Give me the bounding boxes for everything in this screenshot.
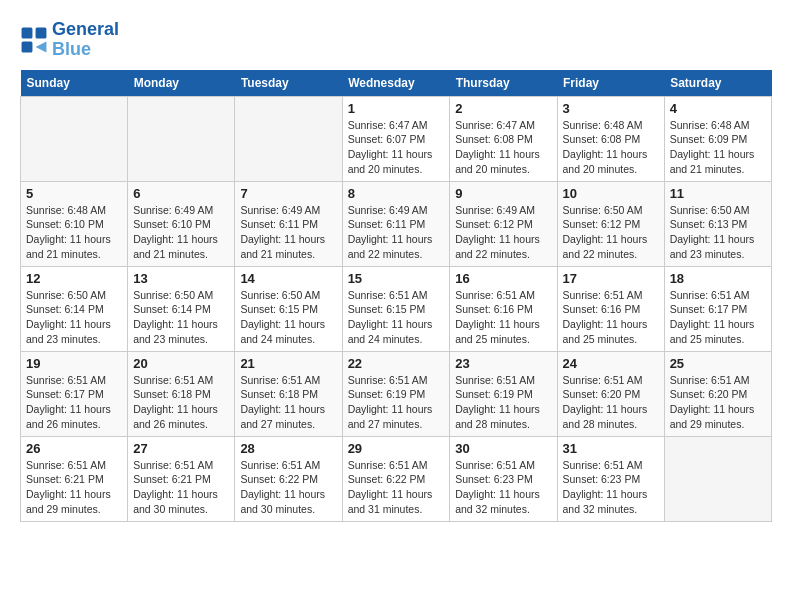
logo-text: GeneralBlue	[52, 20, 119, 60]
weekday-header-monday: Monday	[128, 70, 235, 97]
calendar-cell: 6Sunrise: 6:49 AMSunset: 6:10 PMDaylight…	[128, 181, 235, 266]
day-detail: Sunrise: 6:51 AMSunset: 6:15 PMDaylight:…	[348, 288, 445, 347]
day-number: 12	[26, 271, 122, 286]
calendar-week-3: 12Sunrise: 6:50 AMSunset: 6:14 PMDayligh…	[21, 266, 772, 351]
day-number: 3	[563, 101, 659, 116]
day-detail: Sunrise: 6:51 AMSunset: 6:18 PMDaylight:…	[240, 373, 336, 432]
calendar-week-2: 5Sunrise: 6:48 AMSunset: 6:10 PMDaylight…	[21, 181, 772, 266]
calendar-cell: 21Sunrise: 6:51 AMSunset: 6:18 PMDayligh…	[235, 351, 342, 436]
day-number: 18	[670, 271, 766, 286]
weekday-header-saturday: Saturday	[664, 70, 771, 97]
day-number: 20	[133, 356, 229, 371]
calendar-cell: 5Sunrise: 6:48 AMSunset: 6:10 PMDaylight…	[21, 181, 128, 266]
calendar-cell: 16Sunrise: 6:51 AMSunset: 6:16 PMDayligh…	[450, 266, 557, 351]
day-number: 7	[240, 186, 336, 201]
calendar-cell: 4Sunrise: 6:48 AMSunset: 6:09 PMDaylight…	[664, 96, 771, 181]
calendar-cell: 18Sunrise: 6:51 AMSunset: 6:17 PMDayligh…	[664, 266, 771, 351]
day-detail: Sunrise: 6:51 AMSunset: 6:17 PMDaylight:…	[26, 373, 122, 432]
day-detail: Sunrise: 6:48 AMSunset: 6:09 PMDaylight:…	[670, 118, 766, 177]
logo: GeneralBlue	[20, 20, 119, 60]
day-detail: Sunrise: 6:51 AMSunset: 6:16 PMDaylight:…	[455, 288, 551, 347]
weekday-header-tuesday: Tuesday	[235, 70, 342, 97]
calendar-cell: 12Sunrise: 6:50 AMSunset: 6:14 PMDayligh…	[21, 266, 128, 351]
day-number: 6	[133, 186, 229, 201]
day-number: 21	[240, 356, 336, 371]
calendar-cell	[235, 96, 342, 181]
day-detail: Sunrise: 6:47 AMSunset: 6:08 PMDaylight:…	[455, 118, 551, 177]
day-detail: Sunrise: 6:49 AMSunset: 6:11 PMDaylight:…	[240, 203, 336, 262]
calendar-cell: 2Sunrise: 6:47 AMSunset: 6:08 PMDaylight…	[450, 96, 557, 181]
day-detail: Sunrise: 6:51 AMSunset: 6:21 PMDaylight:…	[26, 458, 122, 517]
svg-rect-1	[36, 27, 47, 38]
day-number: 13	[133, 271, 229, 286]
calendar-cell: 10Sunrise: 6:50 AMSunset: 6:12 PMDayligh…	[557, 181, 664, 266]
calendar-cell: 30Sunrise: 6:51 AMSunset: 6:23 PMDayligh…	[450, 436, 557, 521]
calendar-cell: 27Sunrise: 6:51 AMSunset: 6:21 PMDayligh…	[128, 436, 235, 521]
day-number: 29	[348, 441, 445, 456]
day-number: 26	[26, 441, 122, 456]
day-number: 25	[670, 356, 766, 371]
day-detail: Sunrise: 6:51 AMSunset: 6:23 PMDaylight:…	[455, 458, 551, 517]
day-detail: Sunrise: 6:51 AMSunset: 6:17 PMDaylight:…	[670, 288, 766, 347]
calendar-cell: 19Sunrise: 6:51 AMSunset: 6:17 PMDayligh…	[21, 351, 128, 436]
day-detail: Sunrise: 6:51 AMSunset: 6:21 PMDaylight:…	[133, 458, 229, 517]
day-detail: Sunrise: 6:51 AMSunset: 6:16 PMDaylight:…	[563, 288, 659, 347]
day-detail: Sunrise: 6:49 AMSunset: 6:12 PMDaylight:…	[455, 203, 551, 262]
calendar-cell: 20Sunrise: 6:51 AMSunset: 6:18 PMDayligh…	[128, 351, 235, 436]
calendar-cell: 1Sunrise: 6:47 AMSunset: 6:07 PMDaylight…	[342, 96, 450, 181]
day-detail: Sunrise: 6:49 AMSunset: 6:11 PMDaylight:…	[348, 203, 445, 262]
svg-rect-0	[22, 27, 33, 38]
day-number: 22	[348, 356, 445, 371]
day-detail: Sunrise: 6:51 AMSunset: 6:23 PMDaylight:…	[563, 458, 659, 517]
calendar-cell: 15Sunrise: 6:51 AMSunset: 6:15 PMDayligh…	[342, 266, 450, 351]
calendar-cell: 22Sunrise: 6:51 AMSunset: 6:19 PMDayligh…	[342, 351, 450, 436]
day-number: 1	[348, 101, 445, 116]
calendar-week-5: 26Sunrise: 6:51 AMSunset: 6:21 PMDayligh…	[21, 436, 772, 521]
calendar-cell: 29Sunrise: 6:51 AMSunset: 6:22 PMDayligh…	[342, 436, 450, 521]
day-detail: Sunrise: 6:50 AMSunset: 6:14 PMDaylight:…	[26, 288, 122, 347]
day-number: 2	[455, 101, 551, 116]
weekday-header-thursday: Thursday	[450, 70, 557, 97]
day-number: 15	[348, 271, 445, 286]
calendar-header: SundayMondayTuesdayWednesdayThursdayFrid…	[21, 70, 772, 97]
day-detail: Sunrise: 6:50 AMSunset: 6:13 PMDaylight:…	[670, 203, 766, 262]
day-detail: Sunrise: 6:50 AMSunset: 6:14 PMDaylight:…	[133, 288, 229, 347]
day-number: 17	[563, 271, 659, 286]
calendar-cell: 25Sunrise: 6:51 AMSunset: 6:20 PMDayligh…	[664, 351, 771, 436]
day-number: 19	[26, 356, 122, 371]
day-detail: Sunrise: 6:51 AMSunset: 6:22 PMDaylight:…	[348, 458, 445, 517]
day-number: 5	[26, 186, 122, 201]
calendar-cell: 17Sunrise: 6:51 AMSunset: 6:16 PMDayligh…	[557, 266, 664, 351]
calendar-cell: 26Sunrise: 6:51 AMSunset: 6:21 PMDayligh…	[21, 436, 128, 521]
calendar-cell: 7Sunrise: 6:49 AMSunset: 6:11 PMDaylight…	[235, 181, 342, 266]
svg-marker-3	[36, 41, 47, 52]
day-detail: Sunrise: 6:48 AMSunset: 6:08 PMDaylight:…	[563, 118, 659, 177]
calendar-week-1: 1Sunrise: 6:47 AMSunset: 6:07 PMDaylight…	[21, 96, 772, 181]
day-detail: Sunrise: 6:51 AMSunset: 6:18 PMDaylight:…	[133, 373, 229, 432]
calendar-cell: 8Sunrise: 6:49 AMSunset: 6:11 PMDaylight…	[342, 181, 450, 266]
day-detail: Sunrise: 6:50 AMSunset: 6:12 PMDaylight:…	[563, 203, 659, 262]
calendar-cell	[664, 436, 771, 521]
day-number: 8	[348, 186, 445, 201]
weekday-header-sunday: Sunday	[21, 70, 128, 97]
day-detail: Sunrise: 6:47 AMSunset: 6:07 PMDaylight:…	[348, 118, 445, 177]
day-detail: Sunrise: 6:48 AMSunset: 6:10 PMDaylight:…	[26, 203, 122, 262]
calendar-cell: 9Sunrise: 6:49 AMSunset: 6:12 PMDaylight…	[450, 181, 557, 266]
logo-icon	[20, 26, 48, 54]
calendar-table: SundayMondayTuesdayWednesdayThursdayFrid…	[20, 70, 772, 522]
calendar-cell: 11Sunrise: 6:50 AMSunset: 6:13 PMDayligh…	[664, 181, 771, 266]
day-number: 14	[240, 271, 336, 286]
day-number: 4	[670, 101, 766, 116]
day-detail: Sunrise: 6:51 AMSunset: 6:19 PMDaylight:…	[455, 373, 551, 432]
day-detail: Sunrise: 6:51 AMSunset: 6:19 PMDaylight:…	[348, 373, 445, 432]
day-detail: Sunrise: 6:51 AMSunset: 6:22 PMDaylight:…	[240, 458, 336, 517]
day-number: 24	[563, 356, 659, 371]
weekday-header-wednesday: Wednesday	[342, 70, 450, 97]
calendar-cell	[128, 96, 235, 181]
day-number: 30	[455, 441, 551, 456]
calendar-cell: 13Sunrise: 6:50 AMSunset: 6:14 PMDayligh…	[128, 266, 235, 351]
calendar-body: 1Sunrise: 6:47 AMSunset: 6:07 PMDaylight…	[21, 96, 772, 521]
calendar-week-4: 19Sunrise: 6:51 AMSunset: 6:17 PMDayligh…	[21, 351, 772, 436]
day-detail: Sunrise: 6:50 AMSunset: 6:15 PMDaylight:…	[240, 288, 336, 347]
day-number: 23	[455, 356, 551, 371]
